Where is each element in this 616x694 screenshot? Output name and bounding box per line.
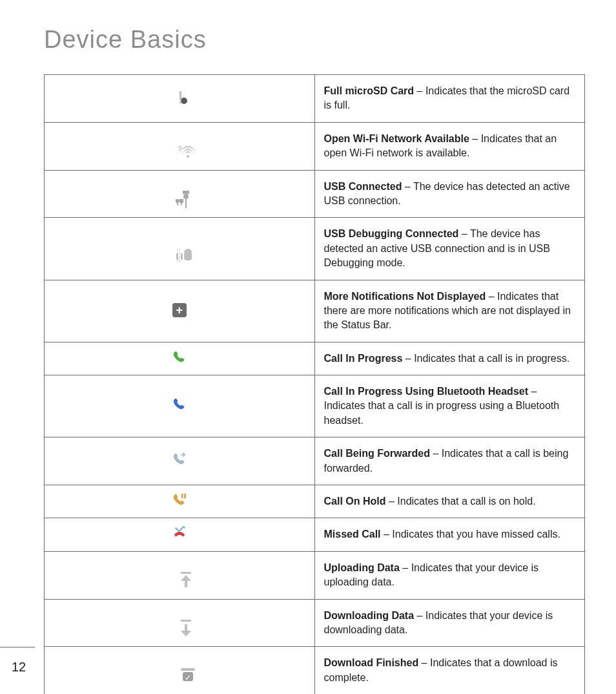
call-in-progress-icon bbox=[45, 342, 315, 375]
table-row: ? Open Wi-Fi Network Available – Indicat… bbox=[45, 122, 585, 170]
row-text: Downloading Data – Indicates that your d… bbox=[314, 599, 585, 647]
table-row: ✓ Download Finished – Indicates that a d… bbox=[45, 647, 585, 694]
svg-rect-1 bbox=[184, 494, 186, 498]
status-icons-table: Full microSD Card – Indicates that the m… bbox=[44, 74, 585, 694]
download-finished-icon: ✓ bbox=[45, 647, 315, 694]
footer-rule bbox=[0, 647, 35, 647]
open-wifi-icon: ? bbox=[45, 122, 315, 170]
row-text: Uploading Data – Indicates that your dev… bbox=[314, 551, 585, 599]
manual-page: Device Basics Full microSD Card – Indica… bbox=[0, 0, 616, 694]
page-title: Device Basics bbox=[44, 26, 585, 54]
table-row: Uploading Data – Indicates that your dev… bbox=[45, 551, 585, 599]
row-text: Open Wi-Fi Network Available – Indicates… bbox=[314, 122, 585, 170]
table-row: Missed Call – Indicates that you have mi… bbox=[45, 518, 585, 551]
table-row: Call Being Forwarded – Indicates that a … bbox=[45, 437, 585, 485]
full-microsd-icon bbox=[45, 75, 315, 123]
svg-rect-0 bbox=[181, 494, 183, 498]
row-text: Full microSD Card – Indicates that the m… bbox=[314, 75, 585, 123]
table-row: Call In Progress Using Bluetooth Headset… bbox=[45, 375, 585, 437]
missed-call-icon bbox=[45, 518, 315, 551]
row-text: Call In Progress – Indicates that a call… bbox=[314, 342, 585, 375]
more-notifications-icon: + bbox=[45, 280, 315, 342]
table-row: USB Connected – The device has detected … bbox=[45, 170, 585, 218]
table-row: USB Debugging Connected – The device has… bbox=[45, 218, 585, 280]
row-text: USB Connected – The device has detected … bbox=[314, 170, 585, 218]
table-row: Call On Hold – Indicates that a call is … bbox=[45, 485, 585, 518]
downloading-data-icon bbox=[45, 599, 315, 647]
row-text: Call Being Forwarded – Indicates that a … bbox=[314, 437, 585, 485]
row-text: Missed Call – Indicates that you have mi… bbox=[314, 518, 585, 551]
row-text: More Notifications Not Displayed – Indic… bbox=[314, 280, 585, 342]
uploading-data-icon bbox=[45, 551, 315, 599]
call-forwarded-icon bbox=[45, 437, 315, 485]
status-icons-tbody: Full microSD Card – Indicates that the m… bbox=[45, 75, 585, 695]
call-bluetooth-icon bbox=[45, 375, 315, 437]
table-row: Downloading Data – Indicates that your d… bbox=[45, 599, 585, 647]
page-number: 12 bbox=[12, 660, 26, 675]
row-text: Download Finished – Indicates that a dow… bbox=[314, 647, 585, 694]
row-text: Call On Hold – Indicates that a call is … bbox=[314, 485, 585, 518]
usb-debugging-icon bbox=[45, 218, 315, 280]
call-on-hold-icon bbox=[45, 485, 315, 518]
table-row: Full microSD Card – Indicates that the m… bbox=[45, 75, 585, 123]
usb-connected-icon bbox=[45, 170, 315, 218]
row-text: Call In Progress Using Bluetooth Headset… bbox=[314, 375, 585, 437]
table-row: Call In Progress – Indicates that a call… bbox=[45, 342, 585, 375]
table-row: + More Notifications Not Displayed – Ind… bbox=[45, 280, 585, 342]
row-text: USB Debugging Connected – The device has… bbox=[314, 218, 585, 280]
